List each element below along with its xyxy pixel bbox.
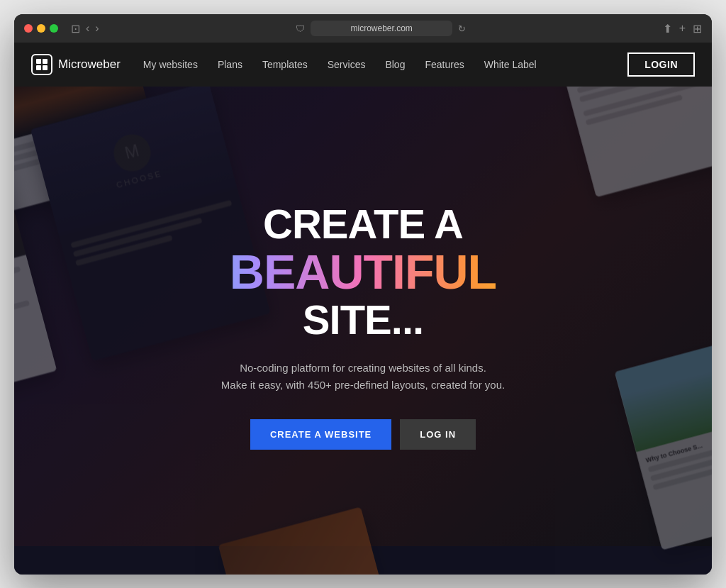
minimize-button[interactable] xyxy=(37,24,45,33)
nav-white-label[interactable]: White Label xyxy=(484,59,537,70)
tab-overview-icon[interactable]: ⊞ xyxy=(693,22,702,35)
log-in-button[interactable]: LOG IN xyxy=(400,419,476,450)
hero-buttons: CREATE A WEBSITE LOG IN xyxy=(150,419,576,450)
close-button[interactable] xyxy=(24,24,33,33)
forward-button[interactable]: › xyxy=(95,22,99,35)
maximize-button[interactable] xyxy=(50,24,58,33)
hero-subtitle: No-coding platform for creating websites… xyxy=(150,360,576,394)
svg-rect-0 xyxy=(36,59,41,64)
traffic-lights xyxy=(24,24,58,33)
hero-section: About Us xyxy=(14,87,712,575)
hero-title-line1: CREATE A xyxy=(150,201,576,247)
nav-blog[interactable]: Blog xyxy=(385,59,405,70)
refresh-button[interactable]: ↻ xyxy=(458,23,466,34)
logo-area[interactable]: Microweber xyxy=(31,54,121,75)
login-button[interactable]: LOGIN xyxy=(627,52,695,77)
hero-content: CREATE A BEAUTIFUL SITE... No-coding pla… xyxy=(150,201,576,450)
nav-plans[interactable]: Plans xyxy=(218,59,242,70)
hero-title-line2: BEAUTIFUL xyxy=(150,247,576,297)
nav-links: My websites Plans Templates Services Blo… xyxy=(143,59,627,70)
svg-rect-3 xyxy=(43,65,48,70)
add-tab-icon[interactable]: + xyxy=(679,22,686,35)
nav-my-websites[interactable]: My websites xyxy=(143,59,198,70)
create-website-button[interactable]: CREATE A WEBSITE xyxy=(250,419,391,450)
title-bar: ⊡ ‹ › 🛡 microweber.com ↻ ⬆ + ⊞ xyxy=(14,14,712,43)
nav-templates[interactable]: Templates xyxy=(262,59,308,70)
nav-services[interactable]: Services xyxy=(328,59,366,70)
svg-rect-1 xyxy=(43,59,48,64)
window-icon[interactable]: ⊡ xyxy=(71,22,80,35)
nav-controls: ⊡ ‹ › xyxy=(71,22,99,35)
browser-window: ⊡ ‹ › 🛡 microweber.com ↻ ⬆ + ⊞ xyxy=(14,14,712,575)
shield-icon: 🛡 xyxy=(296,23,305,34)
browser-content: Microweber My websites Plans Templates S… xyxy=(14,43,712,575)
title-bar-right-controls: ⬆ + ⊞ xyxy=(663,22,702,35)
address-bar[interactable]: microweber.com xyxy=(311,21,452,36)
logo-text: Microweber xyxy=(58,57,121,72)
site-navbar: Microweber My websites Plans Templates S… xyxy=(14,43,712,87)
address-bar-area: 🛡 microweber.com ↻ xyxy=(105,21,657,36)
svg-rect-2 xyxy=(36,65,41,70)
back-button[interactable]: ‹ xyxy=(86,22,89,35)
nav-features[interactable]: Features xyxy=(425,59,464,70)
hero-title-line3: SITE... xyxy=(150,297,576,343)
share-icon[interactable]: ⬆ xyxy=(663,22,672,35)
logo-icon xyxy=(31,54,52,75)
